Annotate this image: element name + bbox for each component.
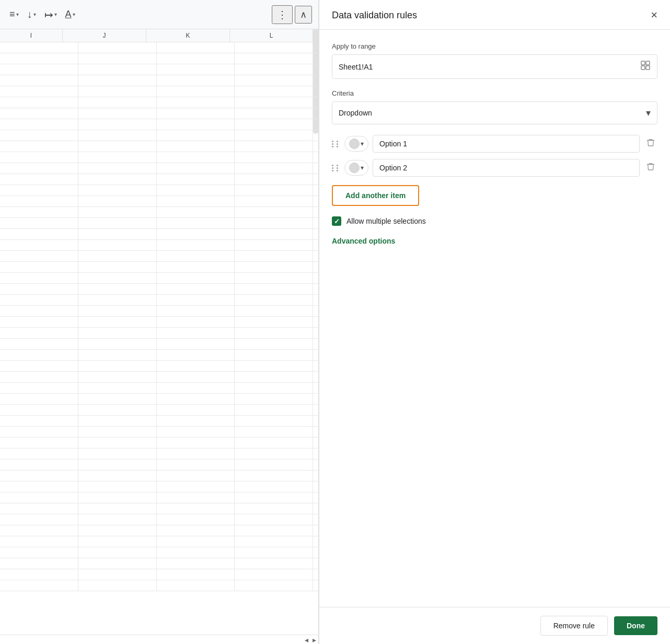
panel-title: Data validation rules (332, 10, 417, 21)
table-row (0, 514, 318, 525)
more-button[interactable]: ⋮ (272, 5, 293, 24)
column-headers: I J K L (0, 29, 318, 42)
allow-multiple-label: Allow multiple selections (346, 217, 426, 225)
align-icon: ≡ (9, 9, 15, 20)
table-row (0, 536, 318, 547)
svg-rect-0 (641, 61, 645, 65)
table-row (0, 64, 318, 75)
table-row (0, 558, 318, 569)
table-row (0, 295, 318, 306)
range-input-row: Sheet1!A1 (332, 54, 657, 79)
option-row-2: ▾ (332, 159, 657, 177)
col-header-l: L (230, 29, 313, 42)
checkmark-icon: ✓ (334, 217, 340, 225)
criteria-dropdown[interactable]: Dropdown ▾ (332, 101, 657, 124)
table-row (0, 229, 318, 240)
table-row (0, 196, 318, 207)
table-row (0, 306, 318, 317)
table-row (0, 448, 318, 459)
indent-icon: ↦ (44, 8, 53, 21)
table-row (0, 525, 318, 536)
table-row (0, 328, 318, 339)
color-picker-2[interactable]: ▾ (344, 160, 368, 176)
collapse-button[interactable]: ∧ (295, 6, 312, 24)
svg-rect-2 (641, 66, 645, 70)
allow-multiple-checkbox[interactable]: ✓ (332, 216, 341, 226)
align-button[interactable]: ≡ ▾ (6, 7, 22, 22)
panel-close-button[interactable]: × (651, 9, 657, 21)
table-row (0, 394, 318, 405)
table-row (0, 97, 318, 108)
scroll-left-icon[interactable]: ◂ (305, 636, 308, 644)
panel-body: Apply to range Sheet1!A1 Criteria Dropdo… (319, 30, 670, 607)
add-another-item-button[interactable]: Add another item (332, 185, 419, 206)
drag-handle-2[interactable] (332, 165, 340, 171)
option-input-1[interactable] (373, 135, 640, 153)
col-header-j: J (63, 29, 146, 42)
table-row (0, 240, 318, 251)
col-header-k: K (146, 29, 230, 42)
table-row (0, 361, 318, 372)
align-chevron: ▾ (16, 12, 19, 17)
delete-option-1-button[interactable] (644, 136, 657, 152)
table-row (0, 53, 318, 64)
indent-button[interactable]: ↦ ▾ (41, 6, 60, 23)
svg-rect-3 (646, 66, 650, 70)
color-arrow-icon-2: ▾ (361, 164, 364, 171)
color-circle-1 (349, 139, 360, 149)
table-row (0, 152, 318, 163)
apply-to-range-label: Apply to range (332, 42, 657, 50)
sort-chevron: ▾ (33, 12, 36, 17)
table-row (0, 427, 318, 438)
criteria-dropdown-value: Dropdown (339, 109, 646, 117)
spreadsheet-area: ≡ ▾ ↓ ▾ ↦ ▾ A ▾ ⋮ ∧ I J K (0, 0, 319, 644)
table-row (0, 317, 318, 328)
table-row (0, 569, 318, 580)
table-row (0, 416, 318, 427)
table-row (0, 481, 318, 492)
option-row-1: ▾ (332, 135, 657, 153)
table-row (0, 130, 318, 141)
toolbar: ≡ ▾ ↓ ▾ ↦ ▾ A ▾ ⋮ ∧ (0, 0, 318, 29)
table-row (0, 174, 318, 185)
table-row (0, 273, 318, 284)
advanced-options-link[interactable]: Advanced options (332, 237, 395, 245)
table-row (0, 119, 318, 130)
table-row (0, 438, 318, 448)
option-input-2[interactable] (373, 159, 640, 177)
drag-handle-1[interactable] (332, 141, 340, 147)
sort-button[interactable]: ↓ ▾ (24, 6, 39, 22)
dropdown-arrow-icon: ▾ (646, 107, 651, 119)
delete-option-2-button[interactable] (644, 160, 657, 176)
table-row (0, 141, 318, 152)
table-row (0, 108, 318, 119)
table-row (0, 284, 318, 295)
table-row (0, 218, 318, 229)
table-row (0, 42, 318, 53)
table-row (0, 350, 318, 361)
svg-rect-1 (646, 61, 650, 65)
table-row (0, 251, 318, 262)
scroll-right-icon[interactable]: ▸ (313, 636, 316, 644)
table-row (0, 75, 318, 86)
table-row (0, 339, 318, 350)
table-row (0, 207, 318, 218)
table-row (0, 262, 318, 273)
font-color-button[interactable]: A ▾ (62, 7, 78, 22)
done-button[interactable]: Done (614, 616, 657, 635)
table-row (0, 383, 318, 394)
font-color-icon: A (65, 9, 72, 20)
criteria-label: Criteria (332, 89, 657, 97)
table-row (0, 163, 318, 174)
table-row (0, 405, 318, 416)
grid-icon[interactable] (640, 60, 651, 73)
table-row (0, 580, 318, 591)
table-row (0, 459, 318, 470)
scrollbar-bottom[interactable]: ◂ ▸ (0, 635, 318, 644)
table-row (0, 185, 318, 196)
toolbar-group-align: ≡ ▾ (6, 7, 22, 22)
panel-header: Data validation rules × (319, 0, 670, 30)
remove-rule-button[interactable]: Remove rule (540, 616, 608, 636)
color-picker-1[interactable]: ▾ (344, 136, 368, 152)
color-circle-2 (349, 163, 360, 173)
